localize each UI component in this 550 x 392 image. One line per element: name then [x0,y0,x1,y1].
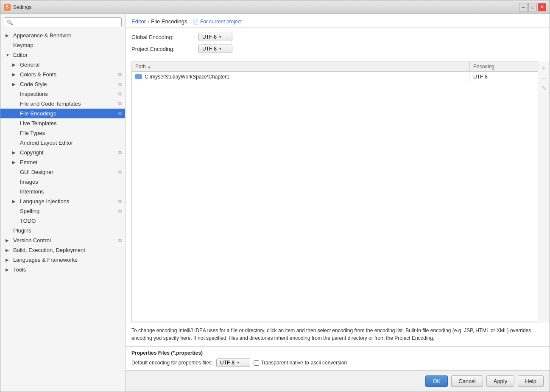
transparent-checkbox-wrap[interactable]: Transparent native-to-ascii conversion [254,360,347,366]
sidebar-item-label: Appearance & Behavior [13,32,71,39]
project-encoding-dropdown[interactable]: UTF-8 ▼ [198,45,232,53]
breadcrumb: Editor › File Encodings 📄 For current pr… [126,14,550,28]
global-encoding-dropdown[interactable]: UTF-8 ▼ [198,33,232,41]
sidebar-item-plugins[interactable]: Plugins [0,226,125,235]
properties-encoding-dropdown[interactable]: UTF-8 ▼ [216,358,250,367]
apply-button[interactable]: Apply [486,375,515,387]
sidebar-item-label: Code Style [20,81,47,87]
properties-section: Properties Files (*.properties) Default … [126,346,550,370]
tree-arrow: ▶ [12,150,18,155]
nav-tree: ▶Appearance & BehaviorKeymap▼Editor▶Gene… [0,31,125,274]
sidebar-item-spelling[interactable]: Spelling⧉ [0,206,125,216]
sidebar-item-file-types[interactable]: File Types [0,128,125,138]
properties-row: Default encoding for properties files: U… [131,358,544,367]
add-encoding-button[interactable]: + [539,63,549,73]
sidebar-item-label: Keymap [13,42,34,48]
sidebar-item-label: Build, Execution, Deployment [13,247,85,253]
search-box[interactable]: 🔍 [4,17,122,27]
sidebar-item-editor[interactable]: ▼Editor [0,50,125,60]
properties-encoding-value: UTF-8 [220,360,235,366]
copy-icon: ⧉ [118,150,122,155]
search-icon: 🔍 [7,20,13,25]
sidebar-item-label: Android Layout Editor [20,140,73,146]
sidebar-item-live-templates[interactable]: Live Templates [0,118,125,128]
window-title: Settings [13,4,519,10]
tree-arrow: ▶ [6,248,11,252]
global-encoding-arrow: ▼ [218,35,222,39]
sort-icon: ▲ [147,64,151,69]
sidebar-item-appearance[interactable]: ▶Appearance & Behavior [0,31,125,40]
sidebar-item-label: Colors & Fonts [20,71,56,78]
global-encoding-label: Global Encoding: [131,34,195,40]
sidebar-item-version-control[interactable]: ▶Version Control⧉ [0,235,125,245]
sidebar-item-label: File and Code Templates [20,101,81,107]
sidebar-item-emmet[interactable]: ▶Emmet [0,157,125,167]
sidebar-item-languages[interactable]: ▶Languages & Frameworks [0,255,125,265]
bottom-bar: OK Cancel Apply Help [126,370,550,392]
sidebar-item-colors-fonts[interactable]: ▶Colors & Fonts⧉ [0,70,125,79]
breadcrumb-current: File Encodings [151,18,187,25]
search-input[interactable] [15,19,119,25]
sidebar-item-label: General [20,62,39,68]
edit-encoding-button[interactable]: ✎ [539,84,549,93]
sidebar-item-label: GUI Designer [20,169,53,175]
col-encoding-label: Encoding [473,64,494,70]
breadcrumb-parent[interactable]: Editor [131,18,146,25]
sidebar-item-file-encodings[interactable]: File Encodings⧉ [0,109,125,118]
sidebar-item-copyright[interactable]: ▶Copyright⧉ [0,148,125,157]
sidebar-item-intentions[interactable]: Intentions [0,187,125,196]
minimize-button[interactable]: ─ [519,3,528,11]
sidebar-item-general[interactable]: ▶General [0,60,125,70]
table-header: Path ▲ Encoding [132,62,538,72]
project-encoding-label: Project Encoding: [131,46,195,52]
encoding-settings: Global Encoding: UTF-8 ▼ Project Encodin… [126,28,550,62]
sidebar-item-code-style[interactable]: ▶Code Style⧉ [0,79,125,89]
tree-arrow: ▶ [6,238,11,243]
project-encoding-row: Project Encoding: UTF-8 ▼ [131,45,544,53]
remove-encoding-button[interactable]: − [539,73,549,83]
close-button[interactable]: ✕ [538,3,546,11]
settings-window: S Settings ─ □ ✕ 🔍 ▶Appearance & Behavio… [0,0,550,392]
col-encoding-header[interactable]: Encoding [470,62,538,71]
sidebar-item-todo[interactable]: TODO [0,216,125,226]
sidebar-item-label: Live Templates [20,120,56,126]
table-cell-encoding: UTF-8 [470,72,538,82]
sidebar-item-gui-designer[interactable]: GUI Designer⧉ [0,167,125,177]
sidebar-item-build-exec[interactable]: ▶Build, Execution, Deployment [0,245,125,255]
tree-arrow: ▶ [12,62,18,67]
sidebar-item-inspections[interactable]: Inspections⧉ [0,89,125,99]
sidebar-item-android-layout[interactable]: Android Layout Editor [0,138,125,148]
cancel-button[interactable]: Cancel [451,375,483,387]
project-encoding-arrow: ▼ [218,47,222,51]
sidebar-item-images[interactable]: Images [0,177,125,187]
copy-icon: ⧉ [118,72,122,77]
sidebar-item-label: Version Control [13,237,51,244]
sidebar-item-keymap[interactable]: Keymap [0,40,125,50]
tree-arrow: ▼ [6,53,11,57]
transparent-checkbox[interactable] [254,360,259,366]
project-encoding-value: UTF-8 [202,46,217,52]
maximize-button[interactable]: □ [528,3,537,11]
sidebar-item-file-code-templates[interactable]: File and Code Templates⧉ [0,99,125,109]
table-row[interactable]: C:\myselfstudayWorkSpace\Chapter1 UTF-8 [132,72,538,82]
ok-button[interactable]: OK [425,375,448,387]
copy-icon: ⧉ [118,111,122,116]
sidebar-item-label: Inspections [20,91,48,97]
sidebar-item-label: Plugins [13,227,31,234]
app-icon: S [4,4,11,11]
copy-icon: ⧉ [118,81,122,87]
tree-arrow: ▶ [12,199,18,204]
transparent-checkbox-label: Transparent native-to-ascii conversion [261,360,347,366]
sidebar-item-label: Emmet [20,159,37,165]
folder-icon [135,74,142,79]
col-path-header[interactable]: Path ▲ [132,62,470,71]
table-body: C:\myselfstudayWorkSpace\Chapter1 UTF-8 [132,72,538,322]
encoding-table-section: Path ▲ Encoding C:\myselfstudayWorkSpace… [131,62,550,322]
tree-arrow: ▶ [12,160,18,165]
sidebar-item-tools[interactable]: ▶Tools [0,265,125,274]
sidebar-item-label: Languages & Frameworks [13,257,78,263]
global-encoding-value: UTF-8 [202,34,217,40]
settings-sidebar: 🔍 ▶Appearance & BehaviorKeymap▼Editor▶Ge… [0,14,126,392]
sidebar-item-lang-injections[interactable]: ▶Language Injections⧉ [0,196,125,206]
help-button[interactable]: Help [518,375,544,387]
